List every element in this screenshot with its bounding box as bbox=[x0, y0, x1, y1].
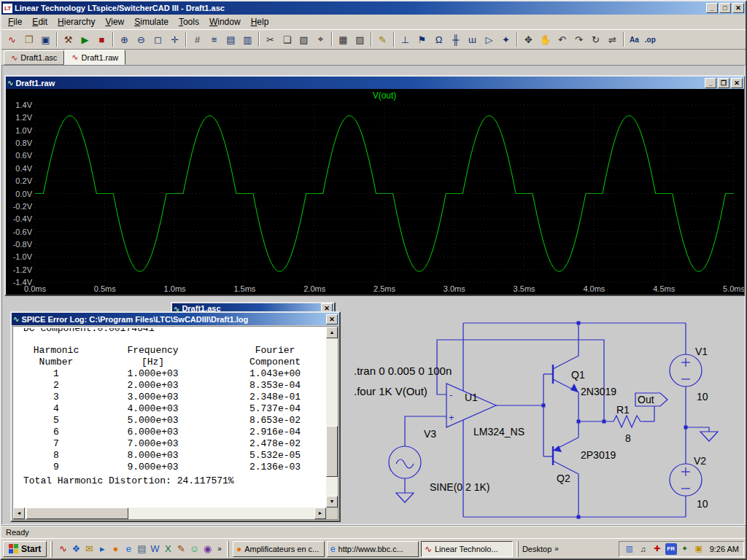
quick-launch-show-desktop[interactable]: ▤ bbox=[135, 542, 148, 556]
desktop-toolbar[interactable]: Desktop » bbox=[522, 545, 560, 553]
toolbar-resistor-button[interactable]: Ω bbox=[430, 31, 447, 47]
label-v1[interactable]: V1 bbox=[695, 346, 708, 357]
toolbar-zoom-back-button[interactable]: ⊖ bbox=[133, 31, 150, 47]
label-v2-value[interactable]: 10 bbox=[697, 498, 708, 510]
quick-launch-ie[interactable]: e bbox=[122, 542, 135, 556]
menu-item-simulate[interactable]: Simulate bbox=[129, 15, 174, 29]
toolbar-redo-button[interactable]: ↷ bbox=[570, 31, 587, 47]
toolbar-spice-directive-button[interactable]: .op bbox=[642, 31, 659, 47]
scroll-up-button[interactable]: ▲ bbox=[326, 327, 338, 338]
toolbar-diode-button[interactable]: ▷ bbox=[481, 31, 498, 47]
maximize-button[interactable]: □ bbox=[719, 3, 731, 13]
label-out-port[interactable]: Out bbox=[638, 394, 654, 405]
toolbar-grid-button[interactable]: # bbox=[189, 31, 206, 47]
taskbar-task-amplificateurs-en-c-[interactable]: ●Amplificateurs en c... bbox=[233, 541, 325, 557]
menu-item-tools[interactable]: Tools bbox=[174, 15, 204, 29]
quick-launch-ltspice[interactable]: ∿ bbox=[56, 542, 69, 556]
tray-updates[interactable]: ▣ bbox=[693, 543, 705, 555]
label-q2-model[interactable]: 2P3019 bbox=[581, 449, 616, 461]
label-v3-value[interactable]: SINE(0 2 1K) bbox=[430, 481, 489, 493]
horizontal-scrollbar[interactable]: ◄ ► bbox=[13, 508, 326, 519]
vertical-scroll-thumb[interactable] bbox=[326, 426, 338, 477]
label-q2[interactable]: Q2 bbox=[557, 472, 570, 484]
waveform-plot-area[interactable]: V(out) 1.4V1.2V1.0V0.8V0.6V0.4V0.2V0.0V-… bbox=[6, 89, 744, 295]
spice-directive-tran[interactable]: .tran 0 0.005 0 100n bbox=[354, 365, 452, 377]
toolbar-component-button[interactable]: ✦ bbox=[498, 31, 514, 47]
tab-draft1-raw[interactable]: ∿Draft1.raw bbox=[64, 50, 125, 65]
menu-item-file[interactable]: File bbox=[3, 15, 27, 29]
toolbar-paste-button[interactable]: ▧ bbox=[295, 31, 312, 47]
trace-legend-v-out[interactable]: V(out) bbox=[373, 90, 397, 101]
quick-launch-media-player[interactable]: ▸ bbox=[96, 542, 109, 556]
toolbar-new-schematic-button[interactable]: ∿ bbox=[4, 31, 20, 47]
toolbar-save-button[interactable]: ▣ bbox=[37, 31, 54, 47]
toolbar-undo-button[interactable]: ↶ bbox=[554, 31, 570, 47]
quick-launch-word[interactable]: W bbox=[148, 542, 161, 556]
label-v1-value[interactable]: 10 bbox=[697, 391, 708, 402]
taskbar-drag-handle[interactable] bbox=[516, 541, 519, 557]
label-u1[interactable]: U1 bbox=[465, 392, 478, 403]
spice-directive-four[interactable]: .four 1K V(Out) bbox=[354, 385, 427, 397]
toolbar-ground-button[interactable]: ⊥ bbox=[397, 31, 414, 47]
quick-launch-messenger[interactable]: ☺ bbox=[187, 542, 201, 556]
quick-launch-outlook[interactable]: ✉ bbox=[82, 542, 96, 556]
vertical-scrollbar[interactable]: ▲ ▼ bbox=[326, 327, 338, 508]
label-u1-model[interactable]: LM324_NS bbox=[473, 426, 525, 438]
quick-launch-browser[interactable]: ◉ bbox=[201, 542, 214, 556]
toolbar-pan-button[interactable]: ✛ bbox=[166, 31, 183, 47]
menu-item-hierarchy[interactable]: Hierarchy bbox=[53, 15, 100, 29]
quick-launch-excel[interactable]: X bbox=[161, 542, 174, 556]
label-r1-value[interactable]: 8 bbox=[625, 432, 631, 444]
taskbar-task-http-www-bbc-c-[interactable]: ehttp://www.bbc.c... bbox=[327, 541, 419, 557]
toolbar-view-netlist-button[interactable]: ▤ bbox=[222, 31, 239, 47]
scroll-right-button[interactable]: ► bbox=[314, 508, 326, 519]
title-bar[interactable]: LT Linear Technology LTspice/SwitcherCAD… bbox=[1, 1, 746, 15]
quick-launch-explorer[interactable]: ❖ bbox=[69, 542, 82, 556]
label-r1[interactable]: R1 bbox=[616, 404, 630, 416]
close-button[interactable]: ✕ bbox=[732, 3, 744, 13]
menu-item-window[interactable]: Window bbox=[204, 15, 246, 29]
toolbar-edit-pencil-button[interactable]: ✎ bbox=[374, 31, 391, 47]
waveform-minimize-button[interactable]: _ bbox=[705, 78, 716, 88]
schematic-canvas[interactable]: .tran 0 0.005 0 100n .four 1K V(Out) U1 … bbox=[341, 311, 746, 525]
label-q1[interactable]: Q1 bbox=[571, 369, 585, 381]
toolbar-copy-button[interactable]: ❏ bbox=[279, 31, 295, 47]
quick-launch-paint[interactable]: ✎ bbox=[174, 542, 187, 556]
toolbar-zoom-full-button[interactable]: ◻ bbox=[150, 31, 166, 47]
scroll-left-button[interactable]: ◄ bbox=[13, 508, 25, 519]
taskbar-drag-handle[interactable] bbox=[50, 541, 53, 557]
toolbar-print-preview-button[interactable]: ▨ bbox=[352, 31, 368, 47]
menu-item-view[interactable]: View bbox=[100, 15, 129, 29]
desktop-chevron[interactable]: » bbox=[553, 545, 560, 553]
scroll-down-button[interactable]: ▼ bbox=[326, 496, 338, 508]
toolbar-error-log-button[interactable]: ▥ bbox=[239, 31, 256, 47]
toolbar-rotate-button[interactable]: ↻ bbox=[587, 31, 604, 47]
toolbar-print-button[interactable]: ▦ bbox=[335, 31, 352, 47]
clock[interactable]: 9:26 AM bbox=[707, 545, 739, 553]
minimize-button[interactable]: _ bbox=[706, 3, 718, 13]
toolbar-capacitor-button[interactable]: ╫ bbox=[447, 31, 464, 47]
toolbar-inductor-button[interactable]: ɯ bbox=[464, 31, 481, 47]
label-v2[interactable]: V2 bbox=[694, 455, 706, 467]
error-log-titlebar[interactable]: ∿ SPICE Error Log: C:\Program Files\LTC\… bbox=[12, 313, 339, 325]
error-log-close-button[interactable]: ✕ bbox=[326, 314, 338, 324]
tray-language-fr[interactable]: FR bbox=[665, 543, 677, 555]
toolbar-move-button[interactable]: ✥ bbox=[520, 31, 537, 47]
toolbar-label-net-button[interactable]: ⚑ bbox=[414, 31, 430, 47]
start-button[interactable]: Start bbox=[3, 541, 47, 557]
tray-volume[interactable]: ♫ bbox=[638, 543, 649, 555]
toolbar-text-button[interactable]: Aa bbox=[627, 31, 642, 47]
tray-scheduler[interactable]: ✦ bbox=[679, 543, 691, 555]
toolbar-find-button[interactable]: ⌖ bbox=[312, 31, 329, 47]
toolbar-control-panel-button[interactable]: ⚒ bbox=[60, 31, 77, 47]
label-v3[interactable]: V3 bbox=[424, 428, 436, 440]
menu-item-edit[interactable]: Edit bbox=[27, 15, 53, 29]
waveform-restore-button[interactable]: ❐ bbox=[718, 78, 729, 88]
quick-launch-chevron[interactable]: » bbox=[216, 545, 223, 553]
waveform-close-button[interactable]: ✕ bbox=[731, 78, 743, 88]
label-q1-model[interactable]: 2N3019 bbox=[581, 386, 616, 397]
horizontal-scroll-thumb[interactable] bbox=[26, 508, 128, 519]
taskbar-task-linear-technolo-[interactable]: ∿Linear Technolo... bbox=[421, 541, 513, 557]
tray-display[interactable]: ▥ bbox=[624, 543, 635, 555]
toolbar-run-button[interactable]: ▶ bbox=[77, 31, 93, 47]
